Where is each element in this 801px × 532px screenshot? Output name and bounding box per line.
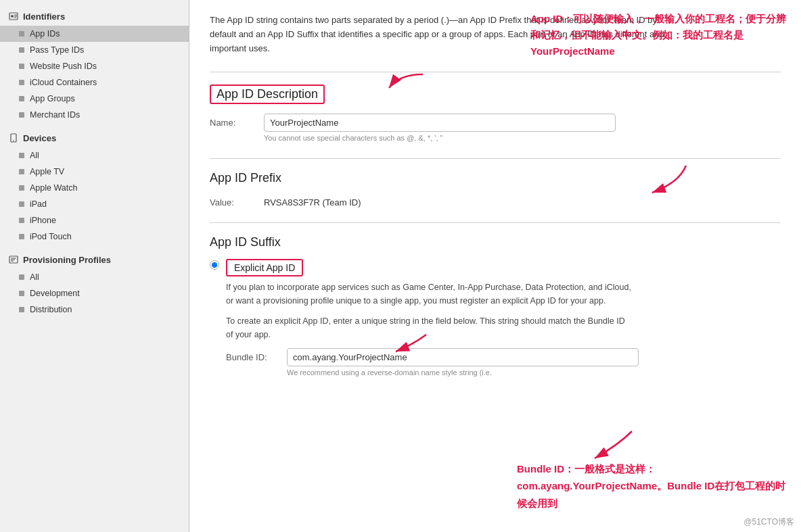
app-ids-label: App IDs: [30, 29, 60, 39]
sidebar-item-distribution[interactable]: Distribution: [0, 301, 189, 318]
ipod-label: iPod Touch: [30, 232, 72, 241]
devices-icon: [8, 132, 19, 143]
sidebar-item-all-profiles[interactable]: All: [0, 269, 189, 285]
ipod-bullet: [19, 234, 24, 239]
app-id-description-title: App ID Description: [216, 87, 318, 101]
sidebar-item-apple-tv[interactable]: Apple TV: [0, 164, 189, 180]
name-row: Name: You cannot use special characters …: [210, 114, 781, 142]
svg-point-6: [13, 140, 14, 141]
distribution-label: Distribution: [30, 305, 72, 314]
explicit-label: Explicit App ID: [234, 262, 295, 273]
merchant-bullet: [19, 112, 24, 118]
sidebar-item-development[interactable]: Development: [0, 285, 189, 301]
iphone-label: iPhone: [30, 216, 56, 225]
app-id-description-box: App ID Description: [210, 84, 325, 104]
suffix-title: App ID Suffix: [210, 235, 781, 249]
svg-point-1: [11, 15, 14, 18]
bundle-row: Bundle ID: We recommend using a reverse-…: [226, 348, 781, 377]
sidebar-item-apple-watch[interactable]: Apple Watch: [0, 180, 189, 196]
apple-tv-label: Apple TV: [30, 167, 64, 176]
explicit-content: Explicit App ID If you plan to incorpora…: [226, 259, 781, 381]
all-profiles-bullet: [19, 274, 24, 280]
pass-type-label: Pass Type IDs: [30, 45, 84, 55]
app-id-prefix-section: App ID Prefix Value: RVSA8S3F7R (Team ID…: [210, 158, 781, 222]
distribution-bullet: [19, 307, 24, 312]
explicit-desc1: If you plan to incorporate app services …: [226, 281, 632, 308]
apple-tv-bullet: [19, 169, 24, 174]
prefix-value-label: Value:: [210, 197, 264, 208]
sidebar-item-pass-type-ids[interactable]: Pass Type IDs: [0, 42, 189, 58]
explicit-label-box: Explicit App ID: [226, 259, 303, 276]
all-devices-bullet: [19, 153, 24, 158]
prefix-title: App ID Prefix: [210, 171, 781, 185]
explicit-radio[interactable]: [210, 260, 219, 270]
bundle-input-wrap: We recommend using a reverse-domain name…: [287, 348, 781, 377]
prefix-value-row: Value: RVSA8S3F7R (Team ID): [210, 195, 781, 210]
main-content: The App ID string contains two parts sep…: [189, 0, 801, 532]
sidebar-item-iphone[interactable]: iPhone: [0, 212, 189, 228]
sidebar-section-identifiers: Identifiers App IDs Pass Type IDs Websit…: [0, 7, 189, 123]
website-push-label: Website Push IDs: [30, 62, 97, 71]
sidebar-item-merchant-ids[interactable]: Merchant IDs: [0, 107, 189, 123]
devices-label: Devices: [23, 133, 56, 143]
identifiers-header: Identifiers: [0, 7, 189, 26]
provisioning-header: Provisioning Profiles: [0, 250, 189, 269]
name-label: Name:: [210, 114, 264, 128]
ipad-bullet: [19, 201, 24, 207]
bundle-label: Bundle ID:: [226, 348, 287, 362]
iphone-bullet: [19, 218, 24, 223]
bundle-hint: We recommend using a reverse-domain name…: [287, 368, 781, 377]
explicit-desc2: To create an explicit App ID, enter a un…: [226, 314, 632, 341]
app-id-suffix-section: App ID Suffix Explicit App ID If you pla…: [210, 222, 781, 400]
name-input-wrap: You cannot use special characters such a…: [264, 114, 781, 142]
apple-watch-bullet: [19, 185, 24, 191]
merchant-label: Merchant IDs: [30, 110, 80, 120]
bundle-id-input[interactable]: [287, 348, 639, 366]
sidebar-item-ipad[interactable]: iPad: [0, 196, 189, 212]
app-id-description-section: App ID Description Name: You cannot use …: [210, 72, 781, 158]
annotation-bundle: Bundle ID：一般格式是这样：com.ayang.YourProjectN…: [517, 460, 787, 512]
all-devices-label: All: [30, 151, 39, 160]
name-input[interactable]: [264, 114, 616, 132]
sidebar-item-app-groups[interactable]: App Groups: [0, 91, 189, 107]
sidebar-item-icloud-containers[interactable]: iCloud Containers: [0, 74, 189, 91]
sidebar-section-devices: Devices All Apple TV Apple Watch iPad iP…: [0, 128, 189, 245]
identifiers-label: Identifiers: [23, 11, 65, 22]
apple-watch-label: Apple Watch: [30, 183, 77, 193]
intro-text: The App ID string contains two parts sep…: [210, 14, 670, 55]
devices-header: Devices: [0, 128, 189, 147]
annotation-bundle-text: Bundle ID：一般格式是这样：com.ayang.YourProjectN…: [517, 463, 785, 509]
sidebar-item-website-push-ids[interactable]: Website Push IDs: [0, 58, 189, 74]
sidebar-item-all-devices[interactable]: All: [0, 147, 189, 164]
pass-type-bullet: [19, 47, 24, 53]
arrow-bundle: [585, 428, 639, 464]
id-icon: [8, 11, 19, 22]
development-bullet: [19, 291, 24, 296]
provisioning-label: Provisioning Profiles: [23, 255, 111, 265]
prefix-value-text: RVSA8S3F7R (Team ID): [264, 197, 361, 208]
sidebar-section-provisioning: Provisioning Profiles All Development Di…: [0, 250, 189, 318]
app-groups-bullet: [19, 96, 24, 101]
app-groups-label: App Groups: [30, 94, 75, 103]
icloud-bullet: [19, 80, 24, 85]
ipad-label: iPad: [30, 199, 47, 209]
sidebar-item-app-ids[interactable]: App IDs: [0, 26, 189, 42]
sidebar: Identifiers App IDs Pass Type IDs Websit…: [0, 0, 189, 532]
explicit-radio-row: Explicit App ID If you plan to incorpora…: [210, 259, 781, 381]
icloud-label: iCloud Containers: [30, 78, 97, 87]
watermark: @51CTO博客: [743, 516, 794, 528]
all-profiles-label: All: [30, 272, 39, 282]
name-hint: You cannot use special characters such a…: [264, 134, 781, 142]
website-push-bullet: [19, 64, 24, 69]
development-label: Development: [30, 289, 80, 298]
sidebar-item-ipod-touch[interactable]: iPod Touch: [0, 228, 189, 245]
profiles-icon: [8, 254, 19, 265]
app-ids-bullet: [19, 31, 24, 37]
